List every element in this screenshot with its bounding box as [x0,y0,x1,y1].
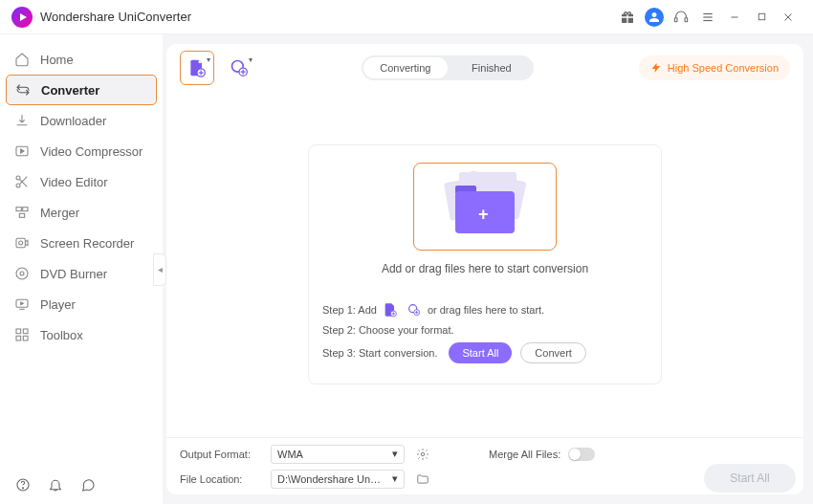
output-format-label: Output Format: [180,449,261,460]
feedback-icon[interactable] [78,475,98,494]
menu-icon[interactable] [694,4,721,31]
minimize-icon[interactable] [721,4,748,31]
svg-rect-14 [16,208,21,211]
start-all-button[interactable]: Start All [449,342,512,363]
sidebar-item-downloader[interactable]: Downloader [0,105,163,136]
add-file-button[interactable]: ▾ [180,51,214,85]
svg-rect-0 [674,17,677,21]
url-add-icon [406,302,422,318]
folder-icon: + [442,176,528,237]
chevron-down-icon: ▾ [249,55,253,64]
tab-finished[interactable]: Finished [450,55,534,80]
notification-icon[interactable] [46,475,65,494]
account-icon[interactable] [641,4,668,31]
sidebar-item-label: Screen Recorder [40,236,134,251]
sidebar-item-editor[interactable]: Video Editor [0,166,163,197]
status-segmented-control: Converting Finished [362,55,534,80]
svg-point-19 [16,268,28,279]
sidebar-item-label: Video Editor [40,175,108,189]
disc-icon [13,265,31,282]
gift-icon[interactable] [614,4,641,31]
merge-icon [13,204,31,221]
sidebar-collapse-button[interactable]: ◂ [153,253,166,286]
output-format-value: WMA [277,449,303,460]
high-speed-label: High Speed Conversion [668,62,779,74]
sidebar: Home Converter Downloader Video Compress… [0,34,163,504]
compress-icon [13,142,31,160]
settings-icon[interactable] [414,446,431,463]
svg-point-10 [16,176,20,180]
record-icon [13,234,31,252]
sidebar-item-compressor[interactable]: Video Compressor [0,136,163,166]
titlebar: Wondershare UniConverter [0,0,813,34]
svg-rect-25 [16,336,21,340]
sidebar-item-label: Toolbox [40,328,83,342]
step1-suffix: or drag files here to start. [428,304,544,316]
output-format-select[interactable]: WMA ▾ [271,445,405,464]
maximize-icon[interactable] [748,4,775,31]
merge-label: Merge All Files: [489,449,560,460]
file-location-value: D:\Wondershare UniConverter 1 [277,473,383,485]
sidebar-item-dvd[interactable]: DVD Burner [0,258,163,289]
lightning-icon [650,62,662,74]
sidebar-item-label: Converter [41,83,99,98]
sidebar-item-merger[interactable]: Merger [0,197,163,228]
svg-rect-26 [23,336,28,340]
sidebar-item-recorder[interactable]: Screen Recorder [0,228,163,258]
svg-rect-1 [685,17,688,21]
svg-point-35 [421,452,425,456]
step3-text: Step 3: Start conversion. [322,347,437,359]
chevron-down-icon: ▾ [392,472,398,485]
scissors-icon [13,173,31,190]
file-location-label: File Location: [180,473,261,485]
svg-rect-16 [19,213,24,217]
svg-point-28 [22,488,23,489]
tab-converting[interactable]: Converting [363,57,448,78]
svg-point-11 [16,184,20,187]
sidebar-item-label: Video Compressor [40,144,143,159]
add-url-button[interactable]: ▾ [222,51,256,85]
dropzone: + Add or drag files here to start conver… [308,144,662,384]
svg-point-20 [20,272,24,275]
chevron-down-icon: ▾ [392,448,398,460]
svg-rect-17 [16,238,25,247]
svg-rect-15 [23,208,28,211]
dropzone-headline: Add or drag files here to start conversi… [322,262,648,275]
start-all-footer-button[interactable]: Start All [704,464,796,493]
sidebar-item-converter[interactable]: Converter [6,75,157,105]
sidebar-item-label: Player [40,297,76,312]
sidebar-item-label: Home [40,53,74,67]
browse-folder-icon[interactable] [414,471,431,488]
step2-text: Step 2: Choose your format. [322,324,454,336]
svg-rect-6 [758,13,764,19]
chevron-down-icon: ▾ [207,55,210,64]
grid-icon [13,326,31,343]
download-icon [13,112,31,129]
svg-rect-24 [23,329,28,334]
sidebar-item-label: Downloader [40,114,106,128]
home-icon [13,51,31,68]
app-logo [11,7,33,28]
app-title: Wondershare UniConverter [40,10,191,24]
play-icon [13,296,31,313]
sidebar-item-home[interactable]: Home [0,44,163,75]
support-icon[interactable] [668,4,694,31]
add-files-dropzone[interactable]: + [413,163,557,251]
merge-toggle[interactable] [568,448,595,461]
high-speed-button[interactable]: High Speed Conversion [639,55,790,80]
svg-point-18 [19,241,23,245]
convert-button[interactable]: Convert [520,342,586,363]
file-location-select[interactable]: D:\Wondershare UniConverter 1 ▾ [271,470,405,489]
help-icon[interactable] [13,475,33,494]
converter-icon [14,81,32,99]
file-add-icon [383,302,398,318]
sidebar-item-player[interactable]: Player [0,289,163,319]
sidebar-item-label: Merger [40,206,79,220]
sidebar-item-toolbox[interactable]: Toolbox [0,319,163,350]
close-icon[interactable] [775,4,802,31]
sidebar-item-label: DVD Burner [40,267,107,281]
step1-prefix: Step 1: Add [322,304,377,316]
svg-rect-23 [16,329,21,334]
